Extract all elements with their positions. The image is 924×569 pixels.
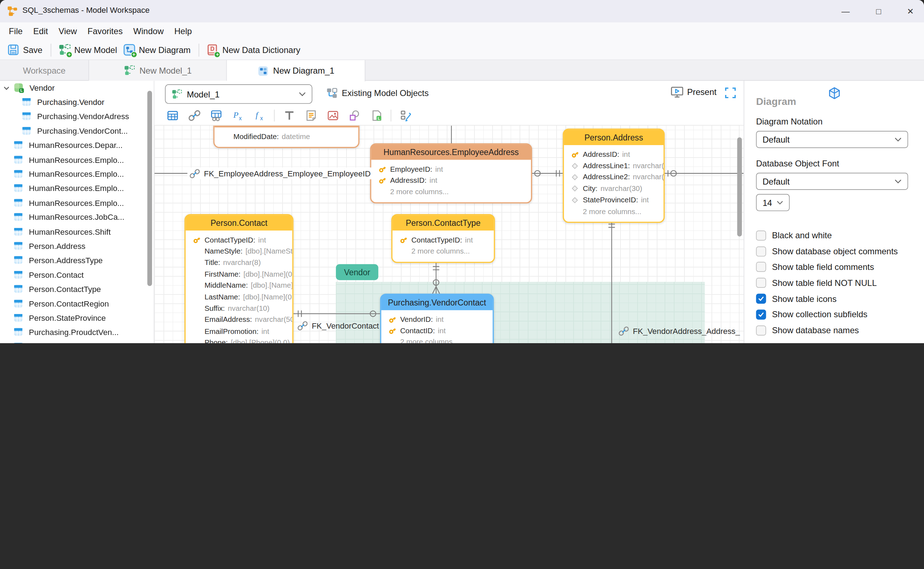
sidebar-item[interactable]: HumanResources.Emplo... [0,167,154,181]
table-field[interactable]: VendorID:int [381,313,493,325]
function-icon[interactable]: fx [253,110,266,122]
sidebar-item[interactable]: HumanResources.Shift [0,225,154,239]
menu-view[interactable]: View [53,27,82,36]
table-field[interactable]: City:nvarchar(30) [564,183,663,194]
relationship-label[interactable]: FK_VendorAddress_Address_ [619,325,740,337]
er-table[interactable]: Person.AddressAddressID:intAddressLine1:… [563,128,665,223]
sidebar-item[interactable]: Purchasing.ProudctVen... [0,326,154,339]
er-table[interactable]: Person.ContactContactTypeID:intNameStyle… [184,214,294,343]
er-table-title[interactable]: Person.Contact [185,215,292,230]
menu-window[interactable]: Window [128,27,169,36]
tab-workspace[interactable]: Workspace [0,60,88,81]
sidebar-item[interactable]: Person.Contact [0,268,154,282]
font-size-dropdown[interactable]: 14 [756,194,790,211]
checkbox-box[interactable] [756,278,766,288]
sidebar-item[interactable]: Person.AddressType [0,253,154,268]
er-table-title[interactable]: Person.ContactType [392,215,494,230]
table-field[interactable]: EmployeeID:int [372,163,531,175]
er-table[interactable]: Purchasing.VendorContactVendorID:intCont… [380,294,494,343]
canvas-scrollbar[interactable] [737,137,742,236]
sidebar-item[interactable]: HumanResources.Depar... [0,138,154,152]
save-button[interactable]: Save [7,44,42,56]
table-field[interactable]: EmailPromotion:int [185,326,292,337]
close-button[interactable]: ✕ [901,3,921,20]
checkbox-show-database-names[interactable]: Show database names [756,323,919,338]
primary-key-icon[interactable]: Px [232,110,244,122]
tab-new-model-1[interactable]: New Model_1 [88,60,227,81]
table-field[interactable]: ContactTypeID:int [392,234,494,245]
note-icon[interactable] [305,110,317,122]
sidebar-item[interactable]: HumanResources.Emplo... [0,181,154,196]
shape-icon[interactable] [348,110,361,122]
vendor-badge[interactable]: Vendor [336,264,378,280]
list-edit-icon[interactable] [399,110,412,122]
table-field[interactable]: ModifiedDate:datetime [215,131,359,142]
new-diagram-button[interactable]: + New Diagram [123,44,191,56]
sidebar-item[interactable]: LVendor [0,81,154,95]
sidebar-item[interactable]: HumanResources.Emplo... [0,196,154,210]
checkbox-box[interactable] [756,246,766,256]
table-field[interactable]: Phone:[dbo].[Phone](0,0) [185,337,292,343]
menu-help[interactable]: Help [169,27,197,36]
table-field[interactable]: FirstName:[dbo].[Name](0... [185,268,292,280]
existing-model-objects-button[interactable]: Existing Model Objects [326,87,429,99]
table-icon[interactable] [166,110,179,122]
checkbox-box[interactable] [756,294,766,304]
chevron-down-icon[interactable] [3,84,10,91]
relationship-label[interactable]: FK_VendorContact [297,320,379,332]
table-field[interactable]: StateProvinceID:int [564,194,663,205]
checkbox-show-table-field-comments[interactable]: Show table field comments [756,259,919,275]
notation-dropdown[interactable]: Default [756,131,908,148]
checkbox-box[interactable] [756,326,766,335]
er-table-title[interactable]: Person.Address [564,130,663,145]
font-dropdown[interactable]: Default [756,173,908,190]
new-model-button[interactable]: + New Model [58,44,117,56]
table-field[interactable]: AddressID:int [564,149,663,160]
minimize-button[interactable]: ― [836,3,856,20]
er-table[interactable]: HumanResources.EmployeeAddressEmployeeID… [370,143,532,204]
sidebar-item[interactable]: HumanResources.JobCa... [0,210,154,224]
er-table[interactable]: Person.ContactTypeContactTypeID:int2 mor… [391,214,495,263]
er-table-title[interactable]: Purchasing.VendorContact [381,295,493,310]
table-field[interactable]: ContactID:int [381,325,493,336]
more-columns[interactable]: 2 more columns... [564,206,663,217]
relationship-label[interactable]: FK_EmployeeAddress_Employee_EmployeeID [187,167,373,179]
table-field[interactable]: MiddleName:[dbo].[Name]... [185,280,292,291]
table-field[interactable]: ContactTypeID:int [185,234,292,245]
table-field[interactable]: Suffix:nvarchar(10) [185,303,292,314]
more-columns[interactable]: 2 more columns... [372,186,531,198]
er-table-title[interactable]: HumanResources.EmployeeAddress [372,145,531,160]
checkbox-show-database-object-comments[interactable]: Show database object comments [756,243,919,259]
menu-file[interactable]: File [3,27,28,36]
checkbox-box[interactable] [756,230,766,240]
table-field[interactable]: LastName:[dbo].[Name](0... [185,291,292,303]
sidebar-item[interactable]: Person.ContactType [0,282,154,296]
image-icon[interactable] [326,110,339,122]
checkbox-show-collection-subfields[interactable]: Show collection subfields [756,307,919,322]
table-field[interactable]: Title:nvarchar(8) [185,257,292,268]
checkbox-black-and-white[interactable]: Black and white [756,228,919,243]
sidebar-item[interactable]: Person.StateProvince [0,311,154,325]
more-columns[interactable]: 2 more columns... [392,245,494,257]
checkbox-box[interactable] [756,309,766,319]
text-icon[interactable] [283,110,295,122]
maximize-button[interactable]: □ [869,3,888,20]
sidebar-item[interactable]: Purchasing.Vendor [0,95,154,110]
sidebar-scrollbar[interactable] [147,91,152,286]
page-icon[interactable]: L [370,110,382,122]
table-group-icon[interactable] [210,110,222,122]
checkbox-box[interactable] [756,262,766,272]
model-selector[interactable]: Model_1 [165,84,313,104]
checkbox-show-table-icons[interactable]: Show table icons [756,291,919,307]
present-button[interactable]: Present [671,86,716,98]
table-field[interactable]: NameStyle:[dbo].[NameSt... [185,245,292,257]
sidebar-item[interactable]: Purchasing.VendorCont... [0,124,154,138]
table-field[interactable]: AddressLine1:nvarchar(... [564,160,663,171]
new-data-dictionary-button[interactable]: D+ New Data Dictionary [206,44,300,56]
diagram-canvas[interactable]: ModifiedDate:datetimeHumanResources.Empl… [154,126,743,343]
checkbox-show-table-field-not-null[interactable]: Show table field NOT NULL [756,275,919,291]
more-columns[interactable]: 2 more columns... [381,336,493,343]
relationship-icon[interactable] [188,110,200,122]
menu-favorites[interactable]: Favorites [82,27,128,36]
menu-edit[interactable]: Edit [28,27,53,36]
